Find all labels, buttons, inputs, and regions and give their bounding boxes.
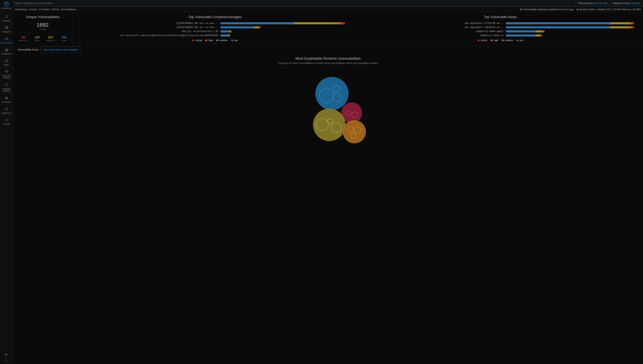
bar-label: mcr.microsoft.com/azuremonitor/container… <box>76 34 221 37</box>
bar-seg-low <box>506 26 610 28</box>
svg-rect-13 <box>5 51 8 51</box>
search-input[interactable] <box>13 0 575 6</box>
bar-seg-critical <box>543 30 545 32</box>
bar-row[interactable]: 122565780891.dkr.ecr.us-eas... <box>76 22 354 24</box>
bar-seg-critical <box>631 26 634 28</box>
severity-medium[interactable]: 527MEDIUM <box>47 36 55 42</box>
dot-icon <box>205 40 207 41</box>
svg-point-10 <box>6 37 7 38</box>
bar-label: community-demo-ui <box>361 34 506 37</box>
bar-seg-medium <box>230 30 231 32</box>
refresh-value[interactable]: 5 seconds <box>629 2 640 5</box>
severity-high[interactable]: 147HIGH <box>35 36 40 42</box>
sidebar-item-registries[interactable]: Registries <box>0 24 13 35</box>
brand-logo[interactable]: deepfence <box>2 1 12 9</box>
svg-rect-5 <box>5 26 6 27</box>
sidebar-item-integrations[interactable]: Integrations <box>0 105 13 116</box>
legend-low[interactable]: low <box>231 39 238 42</box>
refresh-interval[interactable]: Refresh every 5 seconds <box>610 0 643 6</box>
bar-seg-low <box>506 22 610 24</box>
dot-icon <box>192 40 194 41</box>
svg-point-2 <box>6 15 7 16</box>
sidebar-item-topology[interactable]: Topology <box>0 13 13 24</box>
bar-row[interactable]: community-demo-agent <box>361 30 639 33</box>
section-title: Most Exploitable Runtime Vulnerabilities <box>13 56 643 61</box>
bell-icon <box>5 107 9 111</box>
bar-track <box>506 22 639 24</box>
severity-low[interactable]: 984LOW <box>62 36 67 42</box>
status-dot-icon <box>520 9 522 10</box>
brand-text: deepfence <box>2 7 12 9</box>
dot-icon <box>491 40 493 41</box>
sidebar-item-correlation[interactable]: Correlation <box>0 94 13 105</box>
bar-track <box>506 30 639 32</box>
records-value[interactable]: Last 30 days <box>593 2 608 5</box>
bar-seg-high <box>629 26 631 28</box>
bar-row[interactable]: community-demo-ui <box>361 34 639 37</box>
umbrella-icon <box>5 70 9 74</box>
severity-critical[interactable]: 34CRITICAL <box>19 36 28 42</box>
sidebar-item-compliance[interactable]: Compliance <box>0 46 13 57</box>
bar-row[interactable]: aks-agentpool-13856226-vm... <box>361 26 639 28</box>
legend-critical[interactable]: critical <box>192 39 202 42</box>
svg-point-3 <box>5 17 6 18</box>
svg-point-18 <box>7 61 7 62</box>
main-content: Records from Last 30 days Refresh every … <box>13 0 643 364</box>
panel-title: Unique Vulnerabilities <box>15 15 70 19</box>
bar-row[interactable]: k8s.gcr.io/echoserver:1.10 <box>76 30 354 33</box>
svg-rect-16 <box>7 50 7 51</box>
bar-label: aks-agentpool-37763730-vm... <box>361 22 506 24</box>
sidebar-item-protection[interactable]: Protection Policies <box>0 68 13 81</box>
sidebar-item-alerts[interactable]: Alerts <box>0 57 13 68</box>
bar-row[interactable]: 122565780891.dkr.ecr.us-eas... <box>76 26 354 28</box>
bubble-chart[interactable] <box>13 64 643 364</box>
legend-high[interactable]: high <box>491 39 498 42</box>
bar-seg-medium <box>610 26 629 28</box>
registries-icon <box>5 26 9 30</box>
bar-track <box>221 26 354 28</box>
sidebar-item-settings[interactable]: Settings <box>0 116 13 127</box>
svg-point-4 <box>7 17 8 18</box>
severity-value: 147 <box>35 36 40 39</box>
legend-low[interactable]: low <box>516 39 523 42</box>
sidebar-collapse-button[interactable]: « <box>5 358 8 362</box>
dot-icon <box>516 40 518 41</box>
bar-seg-critical <box>631 22 634 24</box>
panel-title: Top Vulnerable Containers/Images <box>76 15 354 19</box>
bar-row[interactable]: aks-agentpool-37763730-vm... <box>361 22 639 24</box>
monitoring-label: Monitoring <box>15 8 27 11</box>
status-dot-icon <box>577 9 578 10</box>
clusters-count[interactable]: 2 Clusters <box>39 8 50 11</box>
vuln-db-status: Vulnerability database updated 8.8 hours… <box>520 8 573 11</box>
bar-seg-low <box>221 30 230 32</box>
severity-value: 984 <box>62 36 67 39</box>
bar-seg-medium <box>610 22 629 24</box>
legend-medium[interactable]: medium <box>502 39 513 42</box>
sidebar-item-vulnerabilities[interactable]: Vulnerabilities <box>0 35 13 46</box>
pods-count[interactable]: 9 Pods <box>51 8 59 11</box>
severity-label: LOW <box>62 40 67 42</box>
logout-icon[interactable] <box>5 353 8 356</box>
tab-most-exploitable[interactable]: Most Exploitable Vulnerabilities <box>41 46 81 53</box>
alert-icon <box>5 59 9 62</box>
bubble-medium[interactable] <box>313 108 345 141</box>
hosts-count[interactable]: 4 Hosts <box>29 8 37 11</box>
bar-seg-critical <box>341 22 345 24</box>
legend-medium[interactable]: medium <box>216 39 228 42</box>
tab-vulnerability-scans[interactable]: Vulnerability Scans <box>15 46 41 53</box>
legend-high[interactable]: high <box>205 39 213 42</box>
severity-label: CRITICAL <box>19 40 28 42</box>
panel-title: Top Vulnerable Hosts <box>361 15 639 19</box>
bar-row[interactable]: mcr.microsoft.com/azuremonitor/container… <box>76 34 354 37</box>
records-range[interactable]: Records from Last 30 days <box>575 0 610 6</box>
chevron-up-icon[interactable]: ︿ <box>76 41 354 45</box>
shield-icon <box>5 83 9 87</box>
svg-rect-14 <box>6 50 6 51</box>
legend-critical[interactable]: critical <box>477 39 487 42</box>
bar-label: community-demo-agent <box>361 30 506 33</box>
total-vulns: 1692 <box>15 22 70 28</box>
sidebar-item-label: Protection Policies <box>1 75 12 79</box>
bubble-low[interactable] <box>315 77 349 110</box>
sidebar-item-firewall[interactable]: Workload Firewall <box>0 81 13 94</box>
containers-count[interactable]: 19 Containers <box>61 8 76 11</box>
